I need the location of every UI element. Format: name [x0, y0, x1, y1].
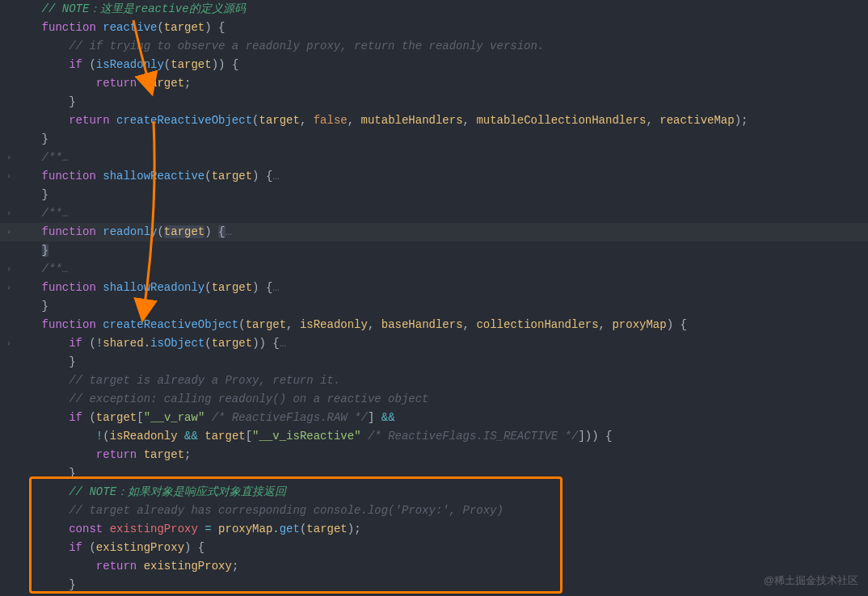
code-editor[interactable]: // NOTE：这里是reactive的定义源码 function reacti…: [0, 0, 868, 594]
code-line[interactable]: return existingProxy;: [15, 557, 868, 576]
code-line[interactable]: }: [15, 93, 868, 111]
code-line[interactable]: › if (!shared.isObject(target)) {…: [15, 334, 868, 353]
fold-chevron-icon[interactable]: ›: [3, 149, 15, 167]
code-line[interactable]: }: [15, 464, 868, 483]
note-comment: // NOTE：如果对象是响应式对象直接返回: [69, 485, 286, 498]
block-comment: /**…: [42, 151, 70, 164]
comment: // exception: calling readonly() on a re…: [69, 392, 428, 405]
fold-chevron-icon[interactable]: ›: [3, 260, 15, 279]
code-line[interactable]: // NOTE：如果对象是响应式对象直接返回: [15, 483, 868, 502]
code-line[interactable]: // target is already a Proxy, return it.: [15, 371, 868, 390]
fn-createReactiveObject: createReactiveObject: [103, 318, 238, 331]
block-comment: /**…: [42, 262, 70, 275]
fn-reactive: reactive: [103, 21, 157, 34]
var: target: [144, 77, 184, 90]
fold-chevron-icon[interactable]: ›: [3, 204, 15, 223]
code-line[interactable]: if (isReadonly(target)) {: [15, 56, 868, 74]
param: target: [171, 58, 211, 71]
keyword-function: function: [42, 21, 96, 34]
code-line[interactable]: }: [15, 186, 868, 204]
param-target: target: [164, 21, 204, 34]
fold-chevron-icon[interactable]: ›: [3, 167, 15, 186]
code-line[interactable]: return target;: [15, 446, 868, 464]
code-line[interactable]: return target;: [15, 74, 868, 93]
keyword-if: if: [69, 58, 82, 71]
comment: // target is already a Proxy, return it.: [69, 374, 340, 387]
code-line[interactable]: › /**…: [15, 149, 868, 167]
code-line[interactable]: }: [15, 297, 868, 316]
code-line[interactable]: // target already has corresponding cons…: [15, 502, 868, 520]
code-line[interactable]: function reactive(target) {: [15, 19, 868, 37]
fn-isReadonly: isReadonly: [96, 58, 164, 71]
note-comment: // NOTE：这里是reactive的定义源码: [42, 2, 246, 15]
code-line[interactable]: › function shallowReadonly(target) {…: [15, 279, 868, 297]
fn-readonly: readonly: [103, 225, 157, 238]
code-line[interactable]: › function shallowReactive(target) {…: [15, 167, 868, 186]
fold-chevron-icon[interactable]: ›: [3, 279, 15, 297]
code-line[interactable]: return createReactiveObject(target, fals…: [15, 111, 868, 130]
comment: // target already has corresponding cons…: [69, 504, 504, 517]
code-line[interactable]: }: [15, 241, 868, 260]
keyword-return: return: [96, 77, 137, 90]
code-line[interactable]: !(isReadonly && target["__v_isReactive" …: [15, 427, 868, 446]
fold-chevron-icon[interactable]: ›: [3, 223, 15, 241]
block-comment: /**…: [42, 207, 70, 220]
code-line[interactable]: › /**…: [15, 260, 868, 279]
code-line[interactable]: // if trying to observe a readonly proxy…: [15, 37, 868, 56]
code-line[interactable]: › /**…: [15, 204, 868, 223]
comment: // if trying to observe a readonly proxy…: [69, 40, 544, 52]
code-line[interactable]: if (existingProxy) {: [15, 539, 868, 557]
fn-shallowReactive: shallowReactive: [103, 170, 204, 183]
code-line[interactable]: if (target["__v_raw" /* ReactiveFlags.RA…: [15, 409, 868, 427]
code-line[interactable]: // NOTE：这里是reactive的定义源码: [15, 0, 868, 19]
code-line[interactable]: const existingProxy = proxyMap.get(targe…: [15, 520, 868, 539]
code-line[interactable]: }: [15, 576, 868, 594]
fn-createReactiveObject: createReactiveObject: [116, 114, 252, 127]
code-line[interactable]: › function readonly(target) {…: [15, 223, 868, 241]
code-line[interactable]: }: [15, 353, 868, 371]
fold-chevron-icon[interactable]: ›: [3, 334, 15, 353]
code-line[interactable]: // exception: calling readonly() on a re…: [15, 390, 868, 409]
keyword-return: return: [69, 114, 109, 127]
code-line[interactable]: }: [15, 130, 868, 149]
fn-shallowReadonly: shallowReadonly: [103, 281, 204, 294]
code-line[interactable]: function createReactiveObject(target, is…: [15, 316, 868, 334]
